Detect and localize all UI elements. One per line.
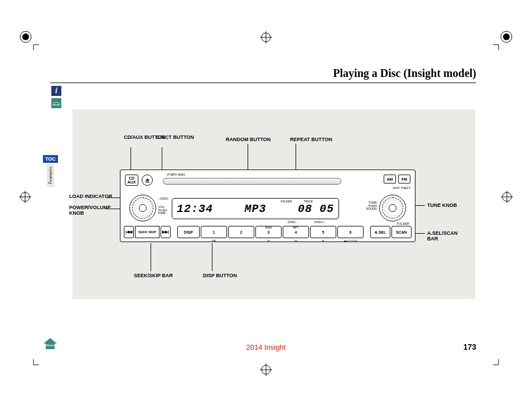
- features-tab[interactable]: Features: [47, 164, 54, 187]
- preset-bar: |◀◀ SEEK SKIP ▶▶| DISP 1NR 2 RDM3H RPT4M…: [124, 226, 412, 238]
- lcd-mode: MP3: [244, 202, 266, 215]
- registration-mark: [19, 191, 31, 205]
- svg-point-9: [57, 104, 59, 105]
- callout-load: LOAD INDICATOR: [69, 194, 112, 200]
- preset-3-rdm[interactable]: RDM3H: [255, 226, 282, 238]
- folder-knob-label: FOLDER: [397, 223, 409, 226]
- cropmark-top-right: [493, 29, 514, 50]
- toc-tab[interactable]: TOC: [43, 155, 58, 163]
- footer-model: 2014 Insight: [246, 343, 286, 351]
- radio-diagram: CD/AUX BUTTON EJECT BUTTON RANDOM BUTTON…: [72, 109, 475, 299]
- callout-tune: TUNE KNOB: [427, 203, 457, 209]
- leader: [151, 243, 151, 271]
- skip-back-button[interactable]: |◀◀: [124, 226, 134, 238]
- power-volume-knob[interactable]: [129, 195, 156, 221]
- registration-mark: [260, 364, 272, 378]
- cropmark-bottom-left: [18, 359, 39, 380]
- disc-plus-label: DISC+: [315, 220, 325, 224]
- leader: [212, 243, 212, 271]
- radio-unit: CD AUX ⓓ MP3 WMA AM FM ANTI THEFT ○DISC …: [120, 170, 415, 242]
- cropmark-bottom-right: [493, 359, 514, 380]
- skip-fwd-button[interactable]: ▶▶|: [161, 226, 171, 238]
- registration-mark: [260, 31, 272, 46]
- callout-random: RANDOM BUTTON: [226, 137, 270, 143]
- svg-point-1: [22, 33, 29, 40]
- tune-labels: TUNEPUSHSOUND: [366, 201, 377, 211]
- callout-seek: SEEK/SKIP BAR: [134, 273, 173, 279]
- preset-6[interactable]: 6◀━CLOCK: [337, 226, 364, 238]
- svg-point-3: [503, 33, 510, 40]
- lcd-folder-label: FOLDER: [280, 200, 292, 204]
- preset-2[interactable]: 2: [228, 226, 254, 238]
- callout-eject: EJECT BUTTON: [156, 135, 194, 141]
- cd-aux-button[interactable]: CD AUX: [125, 175, 138, 186]
- callout-repeat: REPEAT BUTTON: [290, 137, 332, 143]
- car-icon[interactable]: [51, 98, 61, 108]
- disc-slot[interactable]: [163, 178, 341, 185]
- mp3-label: ⓓ MP3 WMA: [166, 172, 185, 177]
- disc-minus-label: DISC-: [288, 220, 297, 224]
- callout-asel: A.SEL/SCAN BAR: [427, 231, 466, 242]
- lcd-time: 12:34: [177, 202, 213, 215]
- anti-theft-label: ANTI THEFT: [393, 187, 410, 190]
- registration-mark: [501, 191, 513, 205]
- lcd-display: FOLDER TRACK 12:34 MP3 08 05: [172, 198, 339, 219]
- svg-text:Home: Home: [45, 343, 55, 347]
- fm-button[interactable]: FM: [398, 175, 410, 183]
- preset-5[interactable]: 5R: [310, 226, 336, 238]
- preset-4-rpt[interactable]: RPT4M: [283, 226, 309, 238]
- eject-icon: [145, 178, 150, 183]
- info-icon[interactable]: i: [51, 86, 61, 96]
- page-number: 173: [463, 342, 476, 351]
- lcd-counter: 08 05: [298, 202, 334, 215]
- svg-point-8: [54, 104, 55, 105]
- vol-labels: VOLPUSHPWR: [158, 206, 167, 215]
- home-icon[interactable]: Home: [42, 337, 58, 352]
- disp-button[interactable]: DISP: [177, 226, 200, 238]
- disc-indicator-label: ○DISC: [158, 197, 168, 200]
- scan-button[interactable]: SCAN: [391, 226, 412, 238]
- tune-knob[interactable]: [379, 195, 406, 221]
- eject-button[interactable]: [142, 175, 153, 186]
- page-title: Playing a Disc (Insight model): [333, 67, 476, 80]
- callout-power-vol: POWER/VOLUME KNOB: [69, 205, 118, 216]
- preset-1[interactable]: 1NR: [201, 226, 227, 238]
- seek-skip-bar[interactable]: SEEK SKIP: [135, 226, 159, 238]
- cropmark-top-left: [18, 29, 39, 50]
- callout-disp: DISP BUTTON: [203, 273, 237, 279]
- title-rule: [50, 83, 476, 83]
- asel-button[interactable]: A.SEL: [370, 226, 390, 238]
- am-button[interactable]: AM: [384, 175, 396, 183]
- lcd-track-label: TRACK: [303, 200, 313, 204]
